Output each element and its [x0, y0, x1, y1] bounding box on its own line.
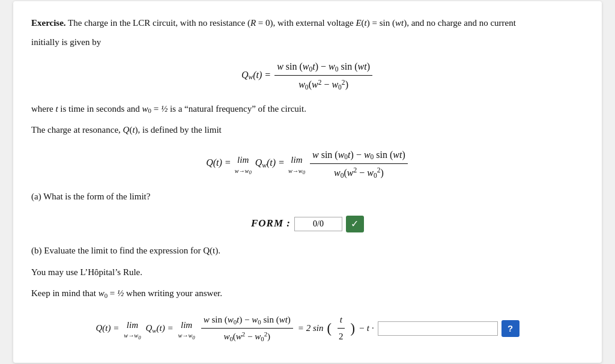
check-button[interactable]: ✓ [346, 216, 364, 232]
bottom-numer: w sin (w0t) − w0 sin (wt) [201, 312, 293, 329]
bottom-paren-numer: t [338, 312, 345, 329]
bottom-qw: Qw(t) = [145, 321, 173, 336]
formula-1: Qw(t) = w sin (w0t) − w0 sin (wt) w0(w2 … [31, 58, 584, 93]
bottom-lim1: lim w→w0 [124, 318, 141, 339]
part-b-text: (b) Evaluate the limit to find the expre… [31, 243, 584, 259]
where-text: where t is time in seconds and w0 = ½ is… [31, 102, 584, 117]
keep-in-mind-text: Keep in mind that w0 = ½ when writing yo… [31, 286, 584, 302]
bottom-formula-row: Q(t) = lim w→w0 Qw(t) = lim w→w0 w sin (… [31, 312, 584, 345]
formula1-numer: w sin (w0t) − w0 sin (wt) [274, 58, 372, 76]
part-a-text: (a) What is the form of the limit? [31, 189, 584, 205]
bottom-paren-denom: 2 [336, 329, 346, 345]
formula2-numer: w sin (w0t) − w0 sin (wt) [310, 147, 408, 164]
formula2-fraction: w sin (w0t) − w0 sin (wt) w0(w2 − w02) [310, 147, 408, 181]
formula1-denom: w0(w2 − w02) [296, 76, 351, 93]
resonance-text: The charge at resonance, Q(t), is define… [31, 123, 584, 138]
bottom-lim2: lim w→w0 [178, 318, 195, 339]
help-button[interactable]: ? [501, 320, 520, 337]
bottom-paren-fraction: t 2 [336, 312, 346, 345]
form-answer-row: FORM : ✓ [31, 215, 584, 232]
exercise-label: Exercise. [31, 18, 66, 28]
bottom-denom: w0(w2 − w02) [221, 329, 273, 345]
question-mark-label: ? [507, 323, 513, 333]
formula-2: Q(t) = lim w→w0 Qw(t) = lim w→w0 w sin (… [31, 147, 584, 181]
exercise-text2: initially is given by [31, 35, 584, 50]
formula1-lhs: Qw(t) = [241, 70, 271, 80]
form-label: FORM : [251, 215, 291, 232]
formula2-lhs-qt: Q(t) = [206, 157, 231, 168]
bottom-paren-open: ( [327, 323, 332, 334]
formula2-denom: w0(w2 − w02) [332, 164, 386, 181]
bottom-answer-input[interactable] [378, 321, 498, 336]
bottom-minus-t: − t · [359, 321, 374, 336]
bottom-paren-close: ) [350, 323, 355, 334]
lhopital-text: You may use L’Hôpital’s Rule. [31, 265, 584, 281]
bottom-qt-lhs: Q(t) = [95, 321, 119, 336]
bottom-fraction: w sin (w0t) − w0 sin (wt) w0(w2 − w02) [201, 312, 293, 345]
check-icon: ✓ [351, 218, 359, 229]
exercise-paragraph: Exercise. The charge in the LCR circuit,… [31, 16, 584, 31]
formula1-fraction: w sin (w0t) − w0 sin (wt) w0(w2 − w02) [274, 58, 372, 93]
formula2-lim1: lim w→w0 [235, 153, 252, 174]
formula2-lim2: lim w→w0 [288, 153, 305, 174]
formula2-qw: Qw(t) = [255, 157, 285, 168]
exercise-text: The charge in the LCR circuit, with no r… [66, 18, 516, 28]
form-input[interactable] [294, 217, 342, 231]
bottom-equals-2sin: = 2 sin [298, 321, 324, 336]
main-card: Exercise. The charge in the LCR circuit,… [13, 1, 602, 363]
